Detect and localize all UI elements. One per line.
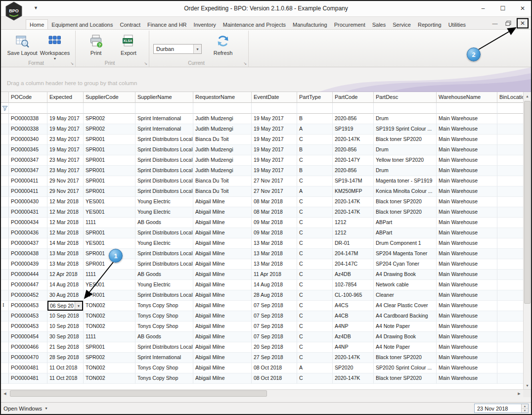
grid-cell[interactable]: Judith Mudzengi	[193, 145, 252, 155]
grid-cell[interactable]: Young Electric	[135, 238, 193, 249]
grid-cell[interactable]: 13 Mar 2018	[47, 249, 84, 259]
grid-cell[interactable]: Sprint Distributors Local	[135, 155, 193, 166]
grid-cell[interactable]: SPR001	[84, 145, 135, 155]
dialog-launcher-icon[interactable]: ↘	[243, 61, 247, 66]
table-row[interactable]: PO000043813 Mar 2018SPR001Sprint Distrib…	[1, 249, 531, 259]
grid-cell[interactable]: 30 Sep 2018	[47, 332, 84, 342]
grid-cell[interactable]: Main Warehouse	[437, 259, 497, 270]
table-row[interactable]: PO000034519 May 2017SPR001Sprint Distrib…	[1, 145, 531, 155]
grid-cell[interactable]: 23 May 2017	[47, 155, 84, 166]
tab-reporting[interactable]: Reporting	[414, 20, 445, 29]
grid-cell[interactable]: SP2020 Sprint Colour ...	[374, 363, 437, 373]
table-row[interactable]: PO000048111 Oct 2018TON002Tonys Copy Sho…	[1, 363, 531, 373]
grid-cell[interactable]: 27 Sep 2018	[252, 353, 297, 363]
grid-cell[interactable]: KM250MFP	[333, 186, 374, 197]
grid-cell[interactable]: A4NP	[333, 322, 374, 332]
table-row[interactable]: PO000041129 Nov 2017SPR001Sprint Distrib…	[1, 186, 531, 197]
grid-cell[interactable]: TON002	[84, 373, 135, 384]
grid-cell[interactable]: PO0000453	[9, 301, 47, 311]
grid-cell[interactable]: Main Warehouse	[437, 155, 497, 166]
minimize-button[interactable]: –	[477, 3, 489, 13]
column-header-partdesc[interactable]: PartDesc	[374, 92, 437, 103]
maximize-button[interactable]: ☐	[496, 3, 509, 13]
grid-cell[interactable]: Main Warehouse	[437, 311, 497, 322]
grid-cell[interactable]: 12 Apr 2018	[47, 270, 84, 280]
tab-equipment-and-locations[interactable]: Equipment and Locations	[48, 20, 116, 29]
grid-cell[interactable]: 19 May 2017	[252, 155, 297, 166]
column-header-expected[interactable]: Expected	[47, 92, 84, 103]
grid-cell[interactable]: Abigail Milne	[193, 322, 252, 332]
grid-cell[interactable]: Az4DB	[333, 270, 374, 280]
grid-cell[interactable]: 08 Oct 2018	[252, 373, 297, 384]
grid-cell[interactable]: C	[297, 259, 333, 270]
grid-cell[interactable]: C	[297, 218, 333, 228]
grid-cell[interactable]: C	[297, 270, 333, 280]
grid-cell[interactable]: A4 Note Paper	[374, 322, 437, 332]
column-header-eventdate[interactable]: EventDate	[252, 92, 297, 103]
close-button[interactable]: ✕	[516, 3, 529, 13]
combo-dropdown-icon[interactable]: ▼	[193, 45, 201, 53]
grid-cell[interactable]: C	[297, 207, 333, 218]
horizontal-scrollbar[interactable]: ◀ ▶	[1, 389, 531, 397]
grid-cell[interactable]: Abigail Milne	[193, 218, 252, 228]
grid-cell[interactable]: Main Warehouse	[437, 270, 497, 280]
grid-cell[interactable]: Sprint Distributors Local	[135, 249, 193, 259]
mdi-minimize-button[interactable]: —	[490, 19, 500, 28]
grid-cell[interactable]: Black toner SP2020	[374, 373, 437, 384]
grid-cell[interactable]: Abigail Milne	[193, 342, 252, 353]
grid-cell[interactable]: A	[297, 186, 333, 197]
grid-cell[interactable]: 1212	[333, 228, 374, 238]
mdi-restore-icon[interactable]	[503, 19, 513, 28]
grid-cell[interactable]: PO0000411	[9, 176, 47, 186]
grid-cell[interactable]: C	[297, 301, 333, 311]
grid-cell[interactable]: 19 May 2017	[252, 145, 297, 155]
bpo-logo-icon[interactable]: BPO	[5, 1, 23, 21]
grid-cell[interactable]: Young Electric	[135, 280, 193, 290]
grid-cell[interactable]: PO0000481	[9, 373, 47, 384]
grid-cell[interactable]: SPR001	[84, 166, 135, 176]
grid-cell[interactable]: Abigail Milne	[193, 301, 252, 311]
grid-cell[interactable]: YES001	[84, 238, 135, 249]
grid-cell[interactable]: 12 Mar 2018	[47, 207, 84, 218]
grid-cell[interactable]: SP2020	[333, 363, 374, 373]
grid-cell[interactable]: Main Warehouse	[437, 114, 497, 124]
table-row[interactable]: PO000041129 Nov 2017SPR001Sprint Distrib…	[1, 176, 531, 186]
grid-cell[interactable]: 08 Mar 2018	[252, 197, 297, 207]
grid-cell[interactable]: 19 May 2017	[252, 135, 297, 145]
grid-cell[interactable]: 07 Sep 2018	[252, 332, 297, 342]
grid-cell[interactable]: Sprint Distributors Local	[135, 228, 193, 238]
grid-cell[interactable]: ABPart	[374, 218, 437, 228]
grid-cell[interactable]: Abigail Milne	[193, 238, 252, 249]
grid-cell[interactable]: 13 Mar 2018	[252, 238, 297, 249]
grid-cell[interactable]: SPR001	[84, 186, 135, 197]
table-row[interactable]: PO000043412 Mar 20181111AB GoodsAbigail …	[1, 218, 531, 228]
scroll-down-icon[interactable]: ▼	[524, 381, 531, 389]
grid-cell[interactable]: A4CS	[333, 301, 374, 311]
table-row[interactable]: PO000048111 Oct 2018TON002Tonys Copy Sho…	[1, 373, 531, 384]
grid-cell[interactable]: SPR002	[84, 114, 135, 124]
grid-cell[interactable]: Main Warehouse	[437, 145, 497, 155]
grid-cell[interactable]: 29 Nov 2017	[47, 176, 84, 186]
grid-cell[interactable]: 1212	[333, 218, 374, 228]
grid-cell[interactable]: Konica Minolta Colour ...	[374, 186, 437, 197]
grid-cell[interactable]: A4 Cardboard Backing	[374, 311, 437, 322]
table-row[interactable]: PO000046621 Sep 2018SPR001Sprint Distrib…	[1, 342, 531, 353]
grid-cell[interactable]: Abigail Milne	[193, 290, 252, 301]
grid-cell[interactable]: Main Warehouse	[437, 280, 497, 290]
grid-cell[interactable]: Abigail Milne	[193, 270, 252, 280]
grid-cell[interactable]: AB Goods	[135, 270, 193, 280]
filter-cell-expected[interactable]	[47, 103, 84, 114]
grid-cell[interactable]: C	[297, 238, 333, 249]
grid-cell[interactable]: Drum Component 1	[374, 238, 437, 249]
grid-cell[interactable]: Black toner SP2020	[374, 353, 437, 363]
scroll-left-icon[interactable]: ◀	[1, 390, 9, 397]
grid-cell[interactable]: Abigail Milne	[193, 197, 252, 207]
tab-sales[interactable]: Sales	[369, 20, 390, 29]
dialog-launcher-icon[interactable]: ↘	[70, 61, 74, 66]
grid-cell[interactable]: Young Electric	[135, 197, 193, 207]
grid-cell[interactable]: PO0000340	[9, 135, 47, 145]
grid-cell[interactable]: TON002	[84, 363, 135, 373]
grid-cell[interactable]: Main Warehouse	[437, 166, 497, 176]
grid-cell[interactable]: 28 Aug 2018	[252, 290, 297, 301]
grid-cell[interactable]: PO0000454	[9, 332, 47, 342]
